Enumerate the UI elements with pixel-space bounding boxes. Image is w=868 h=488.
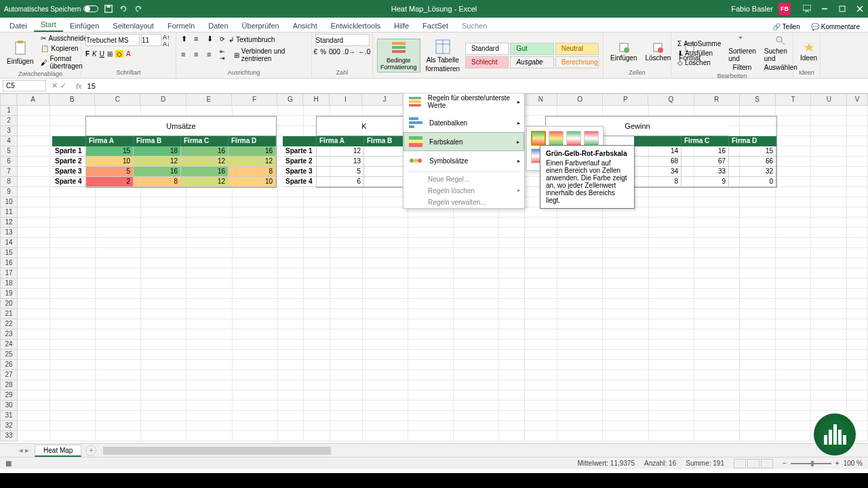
increase-decimal-button[interactable]: .0→: [343, 48, 355, 56]
minimize-icon[interactable]: [821, 5, 829, 13]
clear-button[interactable]: ◇ Löschen: [675, 58, 723, 67]
ideas-button[interactable]: Ideen: [797, 41, 820, 63]
cancel-formula-icon[interactable]: ✕: [52, 81, 58, 90]
tab-datei[interactable]: Datei: [3, 20, 34, 32]
zoom-level[interactable]: 100 %: [844, 460, 863, 467]
view-normal-button[interactable]: [734, 459, 746, 468]
style-schlecht[interactable]: Schlecht: [465, 56, 509, 68]
row-header[interactable]: 17: [0, 268, 18, 279]
menu-new-rule[interactable]: Neue Regel...: [403, 174, 524, 185]
number-format-select[interactable]: [315, 34, 370, 46]
row-header[interactable]: 23: [0, 329, 18, 340]
style-neutral[interactable]: Neutral: [555, 43, 599, 55]
conditional-formatting-button[interactable]: Bedingte Formatierung: [377, 39, 420, 73]
tab-ansicht[interactable]: Ansicht: [286, 20, 324, 32]
row-header[interactable]: 11: [0, 207, 18, 218]
column-header[interactable]: G: [277, 94, 303, 106]
sheet-tab-heatmap[interactable]: Heat Map: [35, 445, 81, 457]
align-left-button[interactable]: ≡: [180, 49, 193, 60]
user-avatar[interactable]: FB: [778, 3, 791, 15]
wrap-text-button[interactable]: ↲ Textumbruch: [226, 35, 277, 44]
tab-entwicklertools[interactable]: Entwicklertools: [324, 20, 387, 32]
row-header[interactable]: 6: [0, 157, 18, 167]
tab-start[interactable]: Start: [34, 18, 63, 32]
column-header[interactable]: E: [186, 94, 232, 106]
close-icon[interactable]: [856, 5, 864, 13]
column-header[interactable]: S: [740, 94, 776, 106]
italic-button[interactable]: K: [92, 50, 97, 58]
spreadsheet-grid[interactable]: ABCDEFGHIJKLMNOPQRSTUV 12345678910111213…: [0, 94, 868, 443]
menu-top-bottom-rules[interactable]: Regeln für oberste/unterste Werte▸: [403, 94, 524, 113]
row-header[interactable]: 29: [0, 390, 18, 401]
column-header[interactable]: N: [525, 94, 557, 106]
row-header[interactable]: 5: [0, 146, 18, 157]
add-sheet-button[interactable]: +: [85, 445, 96, 456]
row-header[interactable]: 3: [0, 126, 18, 136]
scale-red-yellow-green[interactable]: [549, 131, 564, 146]
column-header[interactable]: D: [140, 94, 186, 106]
undo-icon[interactable]: [119, 4, 128, 14]
column-header[interactable]: Q: [648, 94, 694, 106]
align-right-button[interactable]: ≡: [206, 49, 218, 60]
horizontal-scrollbar[interactable]: [103, 447, 861, 455]
row-header[interactable]: 8: [0, 177, 18, 187]
border-button[interactable]: ⊞: [107, 50, 113, 58]
menu-data-bars[interactable]: Datenbalken▸: [403, 113, 524, 132]
decrease-decimal-button[interactable]: ←.0: [358, 48, 370, 56]
row-header[interactable]: 21: [0, 309, 18, 319]
bold-button[interactable]: F: [85, 50, 90, 58]
align-top-button[interactable]: ⬆: [180, 34, 193, 45]
menu-icon-sets[interactable]: Symbolsätze▸: [403, 151, 524, 170]
menu-manage-rules[interactable]: Regeln verwalten...: [403, 197, 524, 208]
tab-daten[interactable]: Daten: [201, 20, 235, 32]
tab-formeln[interactable]: Formeln: [161, 20, 201, 32]
column-header[interactable]: R: [694, 94, 740, 106]
font-size-select[interactable]: [141, 34, 161, 46]
row-header[interactable]: 24: [0, 340, 18, 350]
row-header[interactable]: 26: [0, 360, 18, 370]
style-gut[interactable]: Gut: [510, 43, 553, 55]
column-header[interactable]: P: [603, 94, 648, 106]
align-center-button[interactable]: ≡: [193, 49, 205, 60]
row-header[interactable]: 19: [0, 289, 18, 299]
tab-einfuegen[interactable]: Einfügen: [63, 20, 106, 32]
row-header[interactable]: 14: [0, 238, 18, 248]
fill-button[interactable]: ⬇ Ausfüllen: [675, 49, 723, 58]
scale-green-white-red[interactable]: [566, 131, 581, 146]
style-berechnung[interactable]: Berechnung: [555, 56, 599, 68]
fill-color-button[interactable]: ◇: [115, 50, 123, 58]
column-header[interactable]: J: [362, 94, 408, 106]
redo-icon[interactable]: [134, 4, 143, 14]
row-header[interactable]: 16: [0, 258, 18, 268]
scale-red-white-green[interactable]: [584, 131, 599, 146]
format-as-table-button[interactable]: Als Tabelle formatieren: [423, 37, 463, 74]
row-header[interactable]: 22: [0, 319, 18, 329]
row-header[interactable]: 1: [0, 106, 18, 116]
search-field[interactable]: Suchen: [455, 20, 494, 32]
tab-factset[interactable]: FactSet: [416, 20, 455, 32]
zoom-slider[interactable]: [791, 463, 831, 464]
name-box[interactable]: [3, 80, 46, 92]
column-header[interactable]: U: [811, 94, 847, 106]
maximize-icon[interactable]: [838, 5, 846, 13]
align-bottom-button[interactable]: ⬇: [206, 34, 218, 45]
zoom-out-button[interactable]: −: [783, 460, 787, 467]
select-all-corner[interactable]: [0, 94, 17, 106]
row-header[interactable]: 15: [0, 248, 18, 258]
ribbon-collapse-icon[interactable]: [803, 5, 811, 13]
row-header[interactable]: 18: [0, 279, 18, 289]
row-header[interactable]: 27: [0, 370, 18, 380]
row-header[interactable]: 13: [0, 228, 18, 238]
paste-button[interactable]: Einfügen: [4, 39, 36, 66]
column-header[interactable]: F: [232, 94, 277, 106]
column-header[interactable]: I: [330, 94, 362, 106]
column-header[interactable]: V: [847, 94, 868, 106]
sort-filter-button[interactable]: Sortieren undFiltern: [726, 34, 759, 73]
autosum-button[interactable]: Σ AutoSumme: [675, 39, 723, 48]
underline-button[interactable]: U: [100, 50, 104, 58]
column-header[interactable]: H: [303, 94, 329, 106]
delete-cells-button[interactable]: Löschen: [642, 41, 673, 63]
save-icon[interactable]: [104, 4, 113, 14]
tab-hilfe[interactable]: Hilfe: [387, 20, 416, 32]
column-header[interactable]: C: [95, 94, 140, 106]
